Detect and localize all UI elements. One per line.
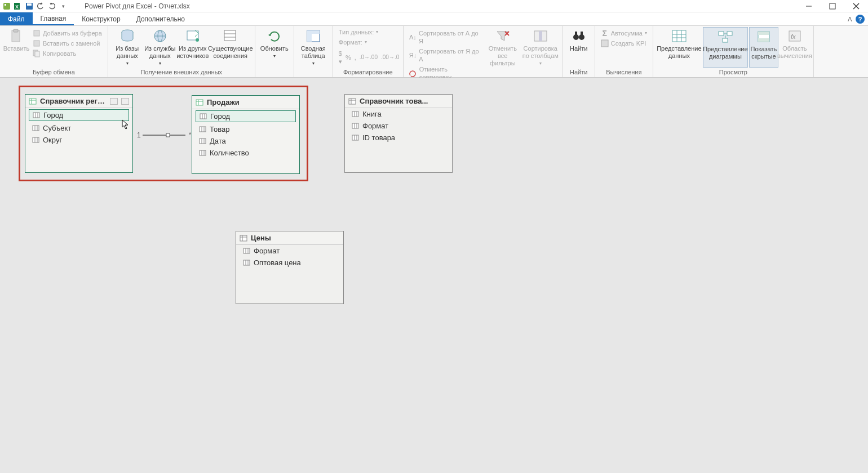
column-icon (199, 138, 206, 144)
existing-conn-label: Существующие соединения (208, 45, 253, 60)
append-paste-icon (33, 29, 41, 37)
refresh-button[interactable]: Обновить▾ (259, 27, 290, 68)
data-view-button[interactable]: Представление данных (657, 27, 702, 68)
collapse-ribbon-icon[interactable]: ᐱ (848, 16, 852, 23)
close-button[interactable] (844, 0, 868, 12)
autosum-button[interactable]: Σ Автосумма▾ (599, 28, 649, 38)
maximize-button[interactable] (821, 0, 844, 12)
sort-asc-button[interactable]: А↓ Сортировать от А до Я (407, 28, 484, 46)
format-row[interactable]: Формат: ▾ (336, 37, 400, 47)
append-paste-button[interactable]: Добавить из буфера (30, 28, 104, 38)
save-icon[interactable] (25, 2, 34, 11)
copy-button[interactable]: Копировать (30, 48, 104, 59)
diagram-view-button[interactable]: Представление диаграммы (703, 27, 748, 68)
table-prices-header[interactable]: Цены (236, 231, 343, 245)
field-sales-date[interactable]: Дата (192, 135, 299, 147)
sort-by-column-button[interactable]: Сортировка по столбцам▾ (522, 27, 559, 68)
find-label: Найти (570, 45, 587, 52)
field-products-format[interactable]: Формат (345, 120, 452, 132)
percent-icon[interactable]: % (346, 53, 351, 61)
redo-icon[interactable] (47, 2, 56, 11)
qat-dropdown-icon[interactable]: ▾ (59, 2, 68, 11)
field-products-book[interactable]: Книга (345, 108, 452, 120)
pivot-table-button[interactable]: Сводная таблица▾ (298, 27, 329, 68)
field-regions-subject-label: Субъект (43, 124, 71, 132)
formatting-group-label: Форматирование (336, 68, 400, 77)
replace-paste-button[interactable]: Вставить с заменой (30, 38, 104, 48)
from-other-button[interactable]: Из других источников (177, 27, 209, 68)
field-prices-format[interactable]: Формат (236, 245, 343, 257)
binoculars-icon (570, 28, 588, 44)
clear-filters-icon (494, 28, 512, 44)
svg-rect-67 (196, 100, 203, 105)
svg-rect-36 (601, 40, 608, 47)
increase-decimal-icon[interactable]: .0→.00 (360, 53, 378, 61)
relationship-line[interactable]: * (132, 132, 194, 139)
paste-button[interactable]: Вставить (3, 27, 29, 68)
field-sales-city[interactable]: Город (196, 110, 296, 122)
autosum-label: Автосумма (611, 29, 643, 37)
svg-rect-91 (352, 135, 358, 140)
table-icon (29, 98, 37, 105)
existing-conn-icon (222, 28, 240, 44)
show-hidden-button[interactable]: Показать скрытые (749, 27, 778, 68)
table-sales-header[interactable]: Продажи (192, 96, 299, 109)
find-button[interactable]: Найти (566, 27, 591, 68)
column-icon (32, 137, 39, 143)
field-regions-district[interactable]: Округ (25, 134, 132, 146)
field-regions-subject[interactable]: Субъект (25, 122, 132, 134)
svg-rect-97 (243, 248, 250, 253)
table-regions[interactable]: Справочник реги... Город Субъект Округ (25, 94, 133, 173)
tab-home[interactable]: Главная (33, 12, 74, 25)
table-products-header[interactable]: Справочник това... (345, 95, 452, 108)
field-regions-city[interactable]: Город (29, 109, 129, 121)
help-icon[interactable]: ? (856, 15, 865, 24)
field-sales-qty[interactable]: Количество (192, 147, 299, 159)
undo-icon[interactable] (36, 2, 45, 11)
table-prices[interactable]: Цены Формат Оптовая цена (236, 231, 344, 304)
field-sales-product[interactable]: Товар (192, 123, 299, 135)
clear-filters-button[interactable]: Отменить все фильтры (485, 27, 521, 68)
data-view-label: Представление данных (657, 45, 702, 60)
comma-icon[interactable]: , (355, 53, 356, 61)
create-kpi-button[interactable]: Создать KPI (599, 38, 649, 48)
table-products-title: Справочник това... (360, 97, 449, 105)
svg-rect-64 (33, 137, 39, 142)
table-regions-header[interactable]: Справочник реги... (25, 95, 132, 108)
tab-file[interactable]: Файл (0, 12, 33, 25)
create-kpi-label: Создать KPI (611, 39, 646, 47)
tab-advanced[interactable]: Дополнительно (129, 12, 193, 25)
field-prices-format-label: Формат (254, 247, 280, 255)
svg-rect-100 (243, 260, 250, 265)
tab-design[interactable]: Конструктор (74, 12, 128, 25)
svg-point-33 (579, 34, 584, 40)
from-service-label: Из службы данных (144, 45, 176, 60)
table-header-btn2[interactable] (121, 98, 129, 105)
sort-column-icon (532, 28, 550, 44)
currency-icon[interactable]: $ ▾ (339, 50, 342, 65)
from-service-button[interactable]: Из службы данных▾ (144, 27, 176, 68)
window-controls (797, 0, 868, 12)
diagram-canvas[interactable]: * 1 Справочник реги... Город Субъект Окр… (0, 78, 868, 473)
sort-desc-icon: Я↓ (409, 51, 417, 59)
show-hidden-label: Показать скрытые (750, 46, 778, 60)
calculation-area-button[interactable]: fx Область вычисления (780, 27, 810, 68)
decrease-decimal-icon[interactable]: .00→.0 (381, 53, 399, 61)
existing-connections-button[interactable]: Существующие соединения (210, 27, 251, 68)
field-products-id[interactable]: ID товара (345, 132, 452, 144)
globe-icon (151, 28, 169, 44)
table-sales[interactable]: Продажи Город Товар Дата Количество (192, 95, 300, 174)
field-prices-wholesale[interactable]: Оптовая цена (236, 257, 343, 269)
field-sales-city-label: Город (210, 112, 230, 121)
from-database-button[interactable]: Из базы данных▾ (112, 27, 143, 68)
refresh-group-label (259, 68, 290, 77)
table-products[interactable]: Справочник това... Книга Формат ID товар… (344, 94, 453, 173)
table-prices-title: Цены (251, 234, 340, 242)
paste-icon (7, 28, 25, 44)
svg-rect-42 (719, 32, 724, 35)
table-header-btn1[interactable] (110, 98, 118, 105)
sort-desc-button[interactable]: Я↓ Сортировать от Я до А (407, 46, 484, 64)
minimize-button[interactable] (797, 0, 821, 12)
ribbon-group-formatting: Тип данных: ▾ Формат: ▾ $ ▾ % , .0→.00 .… (333, 26, 404, 77)
datatype-row[interactable]: Тип данных: ▾ (336, 27, 400, 37)
